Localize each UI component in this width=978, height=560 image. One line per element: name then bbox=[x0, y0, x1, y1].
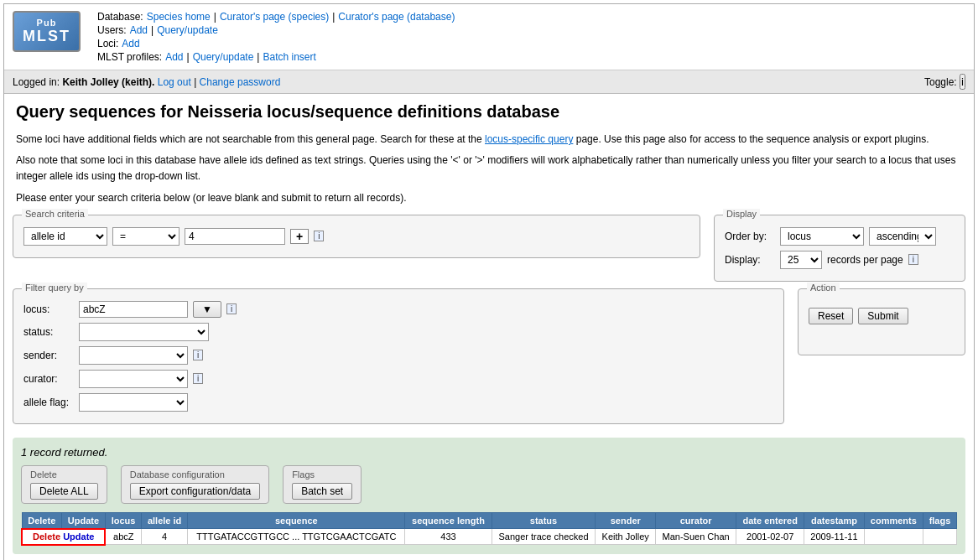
search-field-select[interactable]: allele id sequence locus status sender c… bbox=[23, 227, 107, 246]
curator-filter-label: curator: bbox=[23, 373, 74, 385]
col-header-sequence-length: sequence length bbox=[405, 512, 492, 529]
toggle-button[interactable]: i bbox=[960, 74, 965, 90]
mlst-add-link[interactable]: Add bbox=[165, 51, 183, 63]
loci-label: Loci: bbox=[97, 38, 118, 49]
flags-toolbar-group: Flags Batch set bbox=[283, 465, 362, 504]
info-line2: Also note that some loci in this databas… bbox=[16, 153, 962, 184]
search-criteria-legend: Search criteria bbox=[22, 209, 88, 219]
flags-group-title: Flags bbox=[292, 469, 352, 480]
delete-toolbar-group: Delete Delete ALL bbox=[21, 465, 107, 504]
order-by-select[interactable]: locus allele id sequence status sender c… bbox=[780, 227, 864, 246]
search-operator-select[interactable]: = contains starts with ends with < > not bbox=[112, 227, 179, 246]
toggle-label: Toggle: bbox=[924, 76, 957, 88]
display-info-button[interactable]: i bbox=[908, 254, 918, 265]
info-line3: Please enter your search criteria below … bbox=[16, 190, 962, 206]
sender-filter-select[interactable] bbox=[79, 346, 188, 365]
users-label: Users: bbox=[97, 24, 127, 36]
logo-pub: Pub bbox=[37, 18, 57, 28]
mlst-query-link[interactable]: Query/update bbox=[193, 51, 254, 63]
sender-filter-label: sender: bbox=[23, 350, 74, 361]
export-config-button[interactable]: Export configuration/data bbox=[130, 483, 260, 500]
users-query-link[interactable]: Query/update bbox=[157, 24, 218, 36]
logged-in-prefix: Logged in: bbox=[13, 76, 62, 88]
action-legend: Action bbox=[807, 283, 840, 293]
update-link[interactable]: Update bbox=[63, 531, 94, 542]
col-header-locus: locus bbox=[105, 512, 141, 529]
cell-allele-id: 4 bbox=[142, 529, 188, 545]
record-count: 1 record returned. bbox=[21, 446, 957, 459]
col-header-datestamp: datestamp bbox=[804, 512, 865, 529]
order-by-label: Order by: bbox=[725, 231, 775, 242]
cell-date-entered: 2001-02-07 bbox=[736, 529, 804, 545]
col-header-sequence: sequence bbox=[188, 512, 405, 529]
database-label: Database: bbox=[97, 11, 143, 23]
curator-info-button[interactable]: i bbox=[193, 373, 203, 384]
mlst-label: MLST profiles: bbox=[97, 51, 162, 63]
col-header-delete: Delete bbox=[22, 512, 62, 529]
display-legend: Display bbox=[723, 209, 760, 219]
search-value-input[interactable] bbox=[185, 228, 285, 245]
table-row: Delete Update abcZ 4 TTTGATACCGTTGCC ...… bbox=[22, 529, 957, 545]
allele-flag-filter-select[interactable] bbox=[79, 393, 188, 412]
submit-button[interactable]: Submit bbox=[858, 308, 908, 324]
delete-all-button[interactable]: Delete ALL bbox=[30, 483, 98, 500]
cell-sequence: TTTGATACCGTTGCC ... TTGTCGAACTCGATC bbox=[188, 529, 405, 545]
loci-add-link[interactable]: Add bbox=[122, 38, 139, 49]
reset-button[interactable]: Reset bbox=[809, 308, 853, 324]
allele-flag-filter-label: allele flag: bbox=[23, 397, 74, 408]
locus-filter-label: locus: bbox=[23, 303, 74, 315]
filter-legend: Filter query by bbox=[22, 283, 87, 293]
display-label: Display: bbox=[725, 254, 775, 266]
status-filter-select[interactable]: Sanger trace checked unchecked bbox=[79, 323, 209, 341]
status-filter-label: status: bbox=[23, 326, 74, 338]
users-add-link[interactable]: Add bbox=[130, 24, 148, 36]
cell-locus: abcZ bbox=[105, 529, 141, 545]
curator-filter-select[interactable] bbox=[79, 370, 188, 388]
direction-select[interactable]: ascending descending bbox=[869, 227, 936, 246]
col-header-flags: flags bbox=[923, 512, 956, 529]
col-header-status: status bbox=[492, 512, 596, 529]
locus-specific-query-link[interactable]: locus-specific query bbox=[485, 133, 573, 145]
sender-info-button[interactable]: i bbox=[193, 350, 203, 360]
page-title: Query sequences for Neisseria locus/sequ… bbox=[16, 102, 962, 122]
display-count-select[interactable]: 10 25 50 100 200 bbox=[780, 251, 822, 269]
delete-link[interactable]: Delete bbox=[33, 531, 60, 542]
locus-filter-dropdown[interactable]: ▼ bbox=[193, 301, 221, 318]
locus-filter-input[interactable] bbox=[79, 301, 188, 318]
mlst-batch-link[interactable]: Batch insert bbox=[263, 51, 315, 63]
col-header-sender: sender bbox=[596, 512, 656, 529]
species-home-link[interactable]: Species home bbox=[147, 11, 211, 23]
col-header-allele-id: allele id bbox=[142, 512, 188, 529]
cell-flags bbox=[923, 529, 956, 545]
curators-page-database-link[interactable]: Curator's page (database) bbox=[338, 11, 455, 23]
cell-status: Sanger trace checked bbox=[492, 529, 596, 545]
batch-set-button[interactable]: Batch set bbox=[292, 483, 352, 500]
logout-link[interactable]: Log out bbox=[158, 76, 191, 88]
search-info-button[interactable]: i bbox=[314, 231, 324, 241]
col-header-update: Update bbox=[62, 512, 106, 529]
cell-sender: Keith Jolley bbox=[596, 529, 656, 545]
logo-mlst: MLST bbox=[23, 28, 70, 45]
cell-sequence-length: 433 bbox=[405, 529, 492, 545]
col-header-curator: curator bbox=[656, 512, 736, 529]
cell-comments bbox=[864, 529, 923, 545]
cell-curator: Man-Suen Chan bbox=[656, 529, 736, 545]
db-config-toolbar-group: Database configuration Export configurat… bbox=[121, 465, 269, 504]
user-name: Keith Jolley (keith). bbox=[62, 76, 154, 88]
db-config-group-title: Database configuration bbox=[130, 469, 260, 480]
per-page-label: records per page bbox=[827, 254, 903, 266]
delete-group-title: Delete bbox=[30, 469, 98, 480]
results-table: Delete Update locus allele id sequence s… bbox=[21, 512, 957, 546]
change-password-link[interactable]: Change password bbox=[200, 76, 281, 88]
delete-update-cell[interactable]: Delete Update bbox=[22, 529, 105, 545]
col-header-comments: comments bbox=[864, 512, 923, 529]
locus-info-button[interactable]: i bbox=[226, 303, 237, 314]
curators-page-species-link[interactable]: Curator's page (species) bbox=[220, 11, 329, 23]
col-header-date-entered: date entered bbox=[736, 512, 804, 529]
add-criterion-button[interactable]: + bbox=[290, 229, 309, 244]
cell-datestamp: 2009-11-11 bbox=[804, 529, 865, 545]
